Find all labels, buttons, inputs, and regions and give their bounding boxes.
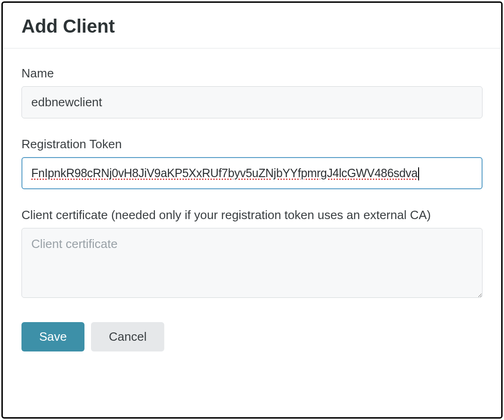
cancel-button[interactable]: Cancel	[91, 322, 164, 351]
name-group: Name	[21, 66, 483, 118]
button-row: Save Cancel	[21, 322, 483, 351]
text-cursor-icon	[418, 167, 419, 180]
registration-token-label: Registration Token	[21, 137, 483, 151]
registration-token-group: Registration Token FnIpnkR98cRNj0vH8JiV9…	[21, 137, 483, 189]
save-button[interactable]: Save	[21, 322, 84, 351]
name-input[interactable]	[21, 86, 483, 118]
client-certificate-label: Client certificate (needed only if your …	[21, 208, 483, 222]
name-label: Name	[21, 66, 483, 81]
client-certificate-group: Client certificate (needed only if your …	[21, 208, 483, 300]
add-client-dialog: Add Client Name Registration Token FnIpn…	[1, 1, 503, 419]
dialog-body: Name Registration Token FnIpnkR98cRNj0vH…	[3, 48, 501, 370]
dialog-title: Add Client	[21, 16, 483, 37]
client-certificate-input[interactable]	[21, 228, 483, 298]
registration-token-value: FnIpnkR98cRNj0vH8JiV9aKP5XxRUf7byv5uZNjb…	[31, 166, 418, 180]
dialog-header: Add Client	[3, 3, 501, 48]
registration-token-input[interactable]: FnIpnkR98cRNj0vH8JiV9aKP5XxRUf7byv5uZNjb…	[21, 157, 483, 189]
